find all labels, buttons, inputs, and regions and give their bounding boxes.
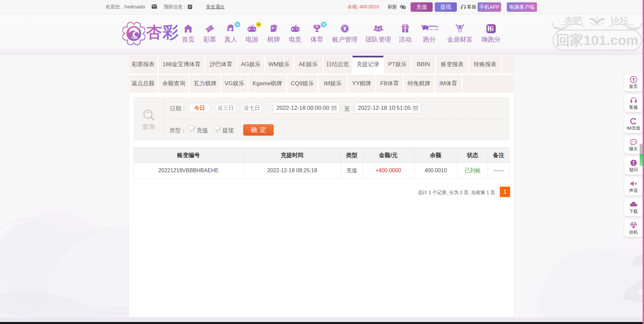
svg-text:嗨牛正规群: 嗨牛正规群 [429,29,439,31]
svg-text:20: 20 [618,236,644,324]
